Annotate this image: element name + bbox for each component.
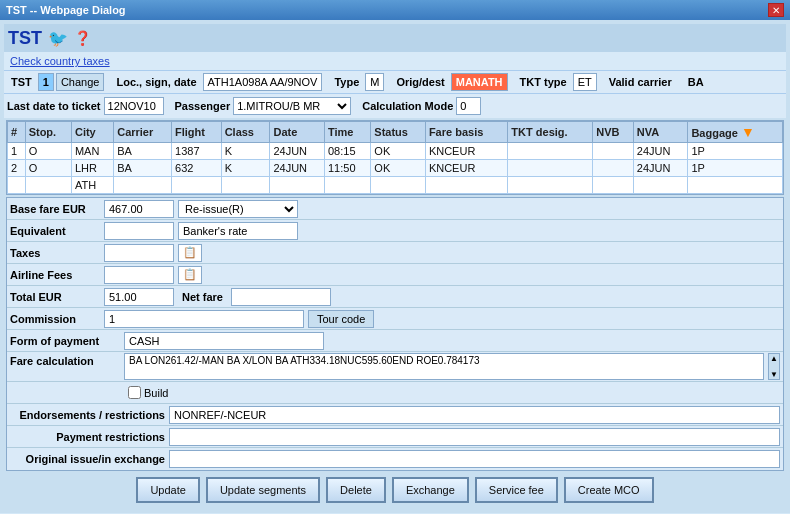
passenger-dropdown[interactable] [334, 98, 350, 114]
service-fee-button[interactable]: Service fee [475, 477, 558, 503]
total-label: Total EUR [10, 291, 100, 303]
exchange-button[interactable]: Exchange [392, 477, 469, 503]
col-date: Date [270, 122, 325, 143]
commission-value: 1 [109, 313, 115, 325]
bird-icon: 🐦 [48, 29, 68, 48]
payment-restrictions-row: Payment restrictions [7, 426, 783, 448]
origdest-label: Orig/dest [392, 73, 448, 91]
valid-carrier-label: Valid carrier [605, 73, 676, 91]
endorsements-label: Endorsements / restrictions [10, 409, 165, 421]
col-carrier: Carrier [114, 122, 172, 143]
fare-calc-value: BA LON261.42/-MAN BA X/LON BA ATH334.18N… [129, 355, 480, 366]
fare-calc-row: Fare calculation BA LON261.42/-MAN BA X/… [7, 352, 783, 382]
total-value: 51.00 [109, 291, 137, 303]
flight-table-section: # Stop. City Carrier Flight Class Date T… [6, 120, 784, 195]
table-row: 2OLHRBA632K24JUN11:50OKKNCEUR24JUN1P [8, 160, 783, 177]
base-fare-value: 467.00 [109, 203, 143, 215]
change-button[interactable]: Change [56, 73, 105, 91]
taxes-label: Taxes [10, 247, 100, 259]
build-label: Build [144, 387, 168, 399]
toolbar-row-1: TST 1 Change Loc., sign, date ATH1A098A … [4, 70, 786, 94]
original-issue-label: Original issue/in exchange [10, 453, 165, 465]
tour-code-button[interactable]: Tour code [308, 310, 374, 328]
fare-calc-label: Fare calculation [10, 353, 120, 380]
tst-number: 1 [38, 73, 54, 91]
cell-num: 2 [8, 160, 26, 177]
equivalent-row: Equivalent Banker's rate [7, 220, 783, 242]
arrow-icon: ▼ [741, 124, 755, 140]
col-flight: Flight [172, 122, 222, 143]
main-container: TST 🐦 ❓ Check country taxes TST 1 Change… [0, 20, 790, 513]
close-button[interactable]: ✕ [768, 3, 784, 17]
build-checkbox-label[interactable]: Build [124, 384, 172, 401]
calc-mode-value: 0 [460, 100, 466, 112]
bankers-rate-label: Banker's rate [178, 222, 298, 240]
tkt-type-value: ET [573, 73, 597, 91]
form-of-payment-row: Form of payment CASH [7, 330, 783, 352]
col-fare-basis: Fare basis [425, 122, 507, 143]
type-value: M [365, 73, 384, 91]
airline-fees-row: Airline Fees 📋 [7, 264, 783, 286]
create-mco-button[interactable]: Create MCO [564, 477, 654, 503]
form-of-payment-value: CASH [129, 335, 160, 347]
taxes-row: Taxes 📋 [7, 242, 783, 264]
app-title: TST [8, 28, 42, 49]
flight-table: # Stop. City Carrier Flight Class Date T… [7, 121, 783, 194]
scrollbar-up-icon[interactable]: ▲ [770, 354, 778, 363]
total-row: Total EUR 51.00 Net fare [7, 286, 783, 308]
check-country-label: Check country taxes [10, 55, 110, 67]
title-bar: TST -- Webpage Dialog ✕ [0, 0, 790, 20]
endorsements-row: Endorsements / restrictions NONREF/-NCEU… [7, 404, 783, 426]
table-row: ATH [8, 177, 783, 194]
type-label: Type [330, 73, 363, 91]
loc-sign-date-label: Loc., sign, date [112, 73, 200, 91]
base-fare-row: Base fare EUR 467.00 Re-issue(R) [7, 198, 783, 220]
col-nvb: NVB [593, 122, 634, 143]
payment-restrictions-label: Payment restrictions [10, 431, 165, 443]
endorsements-value: NONREF/-NCEUR [174, 409, 266, 421]
col-status: Status [371, 122, 426, 143]
col-num: # [8, 122, 26, 143]
col-stop: Stop. [25, 122, 71, 143]
flight-table-header-row: # Stop. City Carrier Flight Class Date T… [8, 122, 783, 143]
commission-row: Commission 1 Tour code [7, 308, 783, 330]
passenger-value: 1.MITROU/B MR [234, 100, 334, 112]
ba-label: BA [684, 73, 708, 91]
form-of-payment-label: Form of payment [10, 335, 120, 347]
commission-label: Commission [10, 313, 100, 325]
origdest-value: MANATH [451, 73, 508, 91]
equivalent-label: Equivalent [10, 225, 100, 237]
base-fare-label: Base fare EUR [10, 203, 100, 215]
update-segments-button[interactable]: Update segments [206, 477, 320, 503]
airline-fees-detail-icon[interactable]: 📋 [178, 266, 202, 284]
build-row: Build [7, 382, 783, 404]
question-icon: ❓ [74, 30, 91, 46]
cell-num [8, 177, 26, 194]
button-row: Update Update segments Delete Exchange S… [4, 471, 786, 509]
original-issue-row: Original issue/in exchange [7, 448, 783, 470]
app-header: TST 🐦 ❓ [4, 24, 786, 52]
delete-button[interactable]: Delete [326, 477, 386, 503]
taxes-detail-icon[interactable]: 📋 [178, 244, 202, 262]
cell-num: 1 [8, 143, 26, 160]
loc-sign-date-value: ATH1A098A AA/9NOV [203, 73, 323, 91]
last-date-field[interactable]: 12NOV10 [104, 97, 164, 115]
passenger-label: Passenger [175, 100, 231, 112]
scrollbar-down-icon[interactable]: ▼ [770, 370, 778, 379]
reissue-dropdown[interactable]: Re-issue(R) [178, 200, 298, 218]
last-date-label: Last date to ticket [7, 100, 101, 112]
build-checkbox[interactable] [128, 386, 141, 399]
fare-info-section: Base fare EUR 467.00 Re-issue(R) Equival… [6, 197, 784, 471]
window-title: TST -- Webpage Dialog [6, 4, 126, 16]
col-tkt-desig: TKT desig. [508, 122, 593, 143]
col-baggage: Baggage ▼ [688, 122, 783, 143]
table-row: 1OMANBA1387K24JUN08:15OKKNCEUR24JUN1P [8, 143, 783, 160]
check-country-bar[interactable]: Check country taxes [4, 52, 786, 70]
airline-fees-label: Airline Fees [10, 269, 100, 281]
update-button[interactable]: Update [136, 477, 199, 503]
col-class: Class [221, 122, 270, 143]
tst-label: TST [7, 73, 36, 91]
tkt-type-label: TKT type [516, 73, 571, 91]
col-city: City [71, 122, 113, 143]
calc-mode-label: Calculation Mode [362, 100, 453, 112]
